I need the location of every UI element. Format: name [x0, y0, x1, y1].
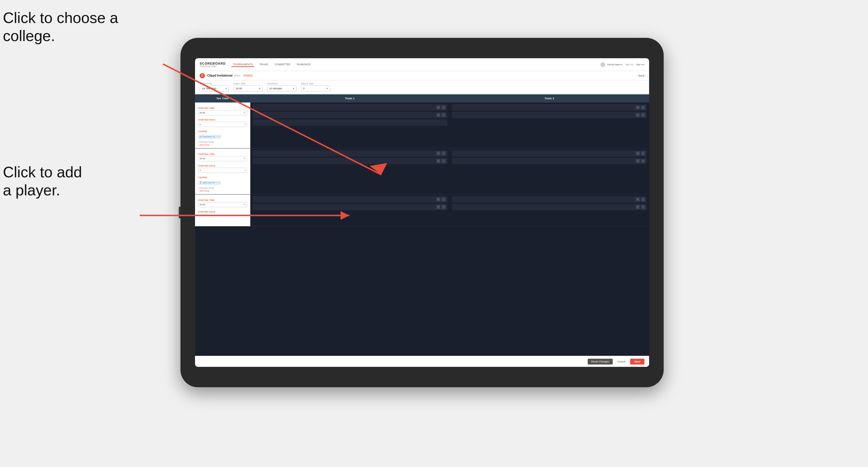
- add-group-1[interactable]: + Add Group: [198, 144, 247, 146]
- save-button[interactable]: Save: [630, 359, 645, 365]
- nav-link-rankings[interactable]: RANKINGS: [296, 62, 312, 67]
- group-size-group: Group Size 3 ▾: [301, 83, 330, 92]
- team1-panel-2: × ⋮ × ⋮: [250, 149, 450, 194]
- start-type-label: Start Type: [200, 83, 229, 85]
- start-type-group: Start Type 1st Tee Start ▾: [200, 83, 229, 92]
- add-group-2[interactable]: + Add Group: [198, 190, 247, 192]
- starting-hole-input-2[interactable]: 1 ▾: [198, 168, 247, 173]
- expand-icon[interactable]: ×: [636, 159, 640, 163]
- options-icon[interactable]: ⋮: [641, 159, 645, 163]
- chevron-down-icon-hole2: ▾: [245, 169, 246, 172]
- options-icon[interactable]: ⋮: [441, 151, 446, 155]
- player-slot[interactable]: × ⋮: [253, 112, 447, 118]
- options-icon[interactable]: ⋮: [641, 197, 645, 201]
- player-slot[interactable]: × ⋮: [452, 204, 647, 210]
- expand-icon[interactable]: ×: [436, 205, 440, 209]
- user-avatar: [600, 62, 605, 67]
- sub-header: C Clippd Invitational (Men) Hosting ‹ Ba…: [195, 71, 649, 80]
- annotation-player-text: Click to adda player.: [3, 164, 82, 198]
- chevron-down-icon: ▾: [225, 87, 227, 90]
- options-icon[interactable]: ⋮: [641, 113, 645, 117]
- expand-icon[interactable]: ×: [436, 159, 440, 163]
- starting-time-input-1[interactable]: 10:00 ⏱: [198, 110, 247, 115]
- team2-panel-3: × ⋮ × ⋮: [450, 194, 649, 226]
- reset-changes-button[interactable]: Reset Changes: [588, 359, 613, 365]
- starting-time-input-3[interactable]: 10:20 ⏱: [198, 202, 247, 207]
- cancel-button[interactable]: Cancel: [615, 359, 628, 365]
- sign-out-btn[interactable]: Sign out: [636, 63, 645, 66]
- expand-icon[interactable]: ×: [436, 113, 440, 117]
- options-icon[interactable]: ⋮: [641, 205, 645, 209]
- expand-icon[interactable]: ×: [636, 113, 640, 117]
- course-tag-2[interactable]: 🏌 East Lake GC × ▾: [198, 181, 221, 185]
- player-slot[interactable]: × ⋮: [452, 112, 647, 118]
- expand-icon[interactable]: ×: [636, 205, 640, 209]
- options-icon[interactable]: ⋮: [641, 105, 645, 110]
- nav-link-teams[interactable]: TEAMS: [258, 62, 270, 67]
- player-slot[interactable]: [253, 119, 447, 126]
- expand-icon[interactable]: ×: [636, 197, 640, 201]
- brand: SCOREBOARD Powered by clippd: [200, 62, 225, 67]
- start-time-group: Start Time 10:00 ⏱: [234, 83, 262, 92]
- options-icon[interactable]: ⋮: [441, 205, 446, 209]
- expand-icon[interactable]: ×: [436, 197, 440, 201]
- player-slot[interactable]: × ⋮: [452, 158, 647, 164]
- team2-panel-2: × ⋮ × ⋮: [450, 149, 649, 194]
- player-slot[interactable]: × ⋮: [253, 196, 447, 203]
- player-slot[interactable]: × ⋮: [253, 104, 447, 111]
- chevron-down-icon-course1: ▾: [219, 136, 220, 138]
- team1-panel-1: × ⋮ × ⋮: [250, 102, 450, 148]
- remove-group-2[interactable]: ⊘ Remove Group: [198, 187, 247, 189]
- chevron-down-icon-course2: ▾: [218, 182, 219, 184]
- options-icon[interactable]: ⋮: [441, 105, 446, 110]
- back-button[interactable]: ‹ Back: [637, 74, 645, 77]
- options-icon[interactable]: ⋮: [441, 113, 446, 117]
- expand-icon[interactable]: ×: [636, 105, 640, 110]
- expand-icon[interactable]: ×: [436, 105, 440, 110]
- brand-title: SCOREBOARD: [200, 62, 225, 65]
- intervals-select[interactable]: 10 Minutes ▾: [267, 85, 296, 92]
- player-slot[interactable]: × ⋮: [253, 158, 447, 164]
- expand-icon[interactable]: ×: [436, 151, 440, 155]
- remove-course-2[interactable]: ×: [216, 182, 217, 184]
- group-3-left: STARTING TIME: 10:20 ⏱ STARTING HOLE:: [195, 194, 250, 226]
- annotation-player: Click to adda player.: [3, 163, 82, 199]
- controls-row: Start Type 1st Tee Start ▾ Start Time 10…: [195, 80, 649, 94]
- course-tag-1[interactable]: (A) Peachtree GC × ▾: [198, 135, 221, 138]
- start-time-label: Start Time: [234, 83, 262, 85]
- remove-course-1[interactable]: ×: [217, 136, 218, 138]
- player-slot[interactable]: × ⋮: [452, 150, 647, 157]
- chevron-down-icon-intervals: ▾: [293, 87, 294, 90]
- nav-link-committee[interactable]: COMMITTEE: [274, 62, 292, 67]
- tablet-side-button: [179, 207, 181, 218]
- group-size-select[interactable]: 3 ▾: [301, 85, 330, 92]
- table-row: STARTING TIME: 10:10 ⏱ STARTING HOLE: 1 …: [195, 149, 649, 194]
- nav-right: blair@clippd.io Sign out Sign out: [600, 62, 645, 67]
- tourney-name: Clippd Invitational: [207, 74, 232, 77]
- remove-group-1[interactable]: ⊘ Remove Group: [198, 141, 247, 143]
- nav-links: TOURNAMENTS TEAMS COMMITTEE RANKINGS: [231, 62, 600, 67]
- options-icon[interactable]: ⋮: [441, 197, 446, 201]
- starting-time-label-3: STARTING TIME:: [198, 199, 215, 201]
- col-team2: Team 2: [450, 97, 649, 100]
- player-slot[interactable]: × ⋮: [253, 150, 447, 157]
- options-icon[interactable]: ⋮: [641, 151, 645, 155]
- clock-icon-1: ⏱: [243, 112, 246, 114]
- nav-link-tournaments[interactable]: TOURNAMENTS: [231, 62, 254, 67]
- sign-out-link[interactable]: Sign out: [625, 63, 633, 66]
- player-slot[interactable]: × ⋮: [452, 104, 647, 111]
- intervals-label: Intervals: [267, 83, 296, 85]
- player-slot[interactable]: × ⋮: [253, 204, 447, 210]
- options-icon[interactable]: ⋮: [441, 159, 446, 163]
- tablet-frame: SCOREBOARD Powered by clippd TOURNAMENTS…: [181, 38, 664, 387]
- starting-time-label-2: STARTING TIME:: [198, 153, 215, 155]
- starting-time-input-2[interactable]: 10:10 ⏱: [198, 156, 247, 161]
- hosting-badge: Hosting: [243, 74, 253, 77]
- footer-bar: Reset Changes Cancel Save: [195, 356, 649, 367]
- player-slot[interactable]: × ⋮: [452, 196, 647, 203]
- start-time-select[interactable]: 10:00 ⏱: [234, 85, 262, 92]
- start-type-select[interactable]: 1st Tee Start ▾: [200, 85, 229, 92]
- team1-panel-3: × ⋮ × ⋮: [250, 194, 450, 226]
- starting-hole-input-1[interactable]: 1 ▾: [198, 122, 247, 127]
- expand-icon[interactable]: ×: [636, 151, 640, 155]
